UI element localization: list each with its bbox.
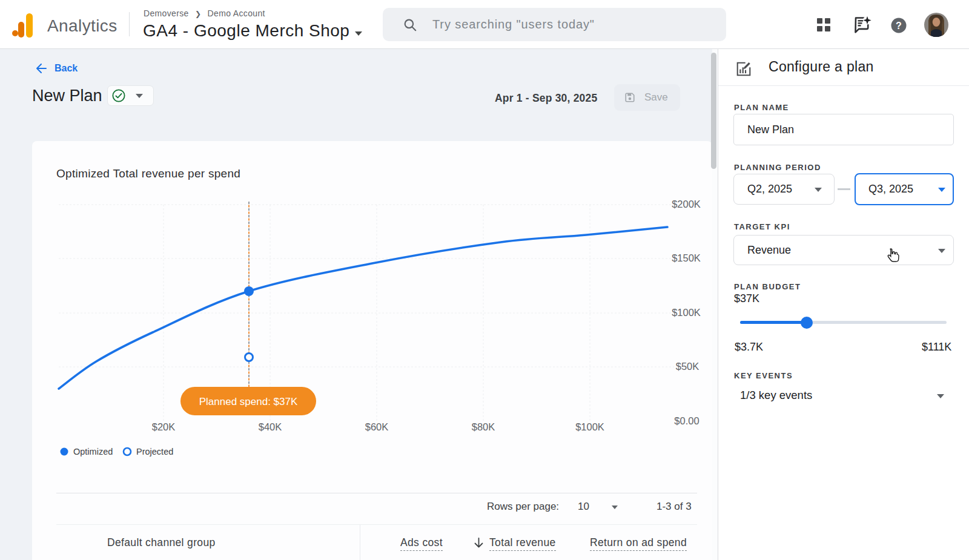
svg-text:$0.00: $0.00 — [674, 415, 699, 426]
svg-text:$20K: $20K — [152, 421, 176, 432]
svg-text:?: ? — [896, 21, 902, 31]
svg-text:$100K: $100K — [672, 307, 701, 318]
svg-text:Optimized: Optimized — [73, 447, 113, 456]
svg-text:Projected: Projected — [136, 447, 173, 456]
svg-text:$40K: $40K — [259, 421, 282, 432]
svg-text:Planned spend: $37K: Planned spend: $37K — [199, 396, 298, 407]
svg-text:$100K: $100K — [575, 421, 604, 432]
svg-text:$200K: $200K — [672, 199, 701, 209]
svg-text:$60K: $60K — [365, 421, 389, 432]
svg-text:$50K: $50K — [676, 361, 699, 372]
svg-text:$150K: $150K — [672, 252, 701, 263]
svg-text:$80K: $80K — [472, 421, 495, 432]
